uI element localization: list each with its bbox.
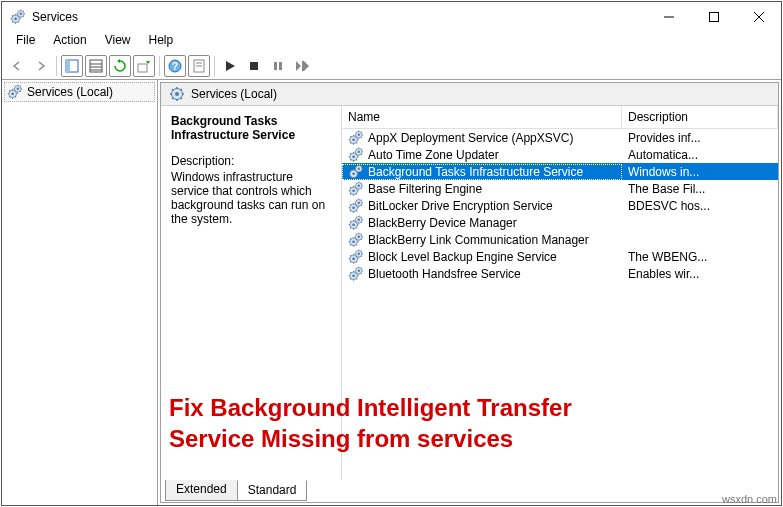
description-text: Windows infrastructure service that cont…	[171, 170, 331, 226]
service-name-cell: BlackBerry Link Communication Manager	[342, 232, 622, 248]
svg-text:?: ?	[172, 61, 178, 72]
service-name-cell: Base Filtering Engine	[342, 181, 622, 197]
menu-file[interactable]: File	[8, 32, 43, 52]
gear-icon	[169, 86, 185, 102]
menu-view[interactable]: View	[97, 32, 139, 52]
pause-service-button[interactable]	[267, 55, 289, 77]
service-row[interactable]: Block Level Backup Engine ServiceThe WBE…	[342, 248, 778, 265]
service-name-cell: BitLocker Drive Encryption Service	[342, 198, 622, 214]
service-name-cell: Auto Time Zone Updater	[342, 147, 622, 163]
service-row[interactable]: BlackBerry Device Manager	[342, 214, 778, 231]
service-desc-cell: Windows in...	[622, 165, 778, 179]
gear-icon	[348, 266, 364, 282]
watermark: wsxdn.com	[722, 493, 777, 505]
pane-header-label: Services (Local)	[191, 87, 277, 101]
gear-icon	[348, 147, 364, 163]
pane-header: Services (Local)	[161, 83, 778, 106]
column-header-name[interactable]: Name	[342, 106, 622, 128]
tab-strip: Extended Standard	[161, 480, 778, 502]
refresh-button[interactable]	[109, 55, 131, 77]
gear-icon	[348, 198, 364, 214]
description-label: Description:	[171, 154, 331, 168]
svg-rect-26	[250, 62, 258, 70]
service-row[interactable]: Base Filtering EngineThe Base Fil...	[342, 180, 778, 197]
service-row[interactable]: Bluetooth Handsfree ServiceEnables wir..…	[342, 265, 778, 282]
services-window: Services File Action View Help ?	[1, 1, 782, 506]
service-name-cell: Bluetooth Handsfree Service	[342, 266, 622, 282]
show-hide-tree-button[interactable]	[61, 55, 83, 77]
toolbar-separator	[159, 56, 160, 76]
tree-pane: Services (Local)	[2, 80, 158, 505]
toolbar-separator	[214, 56, 215, 76]
tree-item-services-local[interactable]: Services (Local)	[4, 82, 155, 102]
service-desc-cell: The Base Fil...	[622, 182, 778, 196]
tab-extended[interactable]: Extended	[165, 480, 238, 501]
gear-icon	[348, 164, 364, 180]
toolbar: ?	[2, 52, 781, 80]
export-list-button[interactable]	[85, 55, 107, 77]
service-name-cell: BlackBerry Device Manager	[342, 215, 622, 231]
service-desc-cell: BDESVC hos...	[622, 199, 778, 213]
service-desc-cell: Provides inf...	[622, 131, 778, 145]
svg-rect-29	[302, 61, 304, 71]
gear-icon	[348, 249, 364, 265]
svg-rect-28	[279, 62, 282, 70]
service-name-cell: AppX Deployment Service (AppXSVC)	[342, 130, 622, 146]
content-area: Services (Local) Services (Local) Backgr…	[2, 80, 781, 505]
svg-rect-20	[138, 64, 147, 72]
menu-action[interactable]: Action	[45, 32, 94, 52]
svg-rect-15	[66, 60, 70, 72]
gear-icon	[348, 130, 364, 146]
service-row[interactable]: Auto Time Zone UpdaterAutomatica...	[342, 146, 778, 163]
restart-service-button[interactable]	[291, 55, 313, 77]
gear-icon	[348, 181, 364, 197]
svg-rect-11	[709, 13, 718, 22]
forward-button[interactable]	[30, 55, 52, 77]
service-row[interactable]: BlackBerry Link Communication Manager	[342, 231, 778, 248]
tab-standard[interactable]: Standard	[237, 480, 308, 501]
export-button[interactable]	[133, 55, 155, 77]
maximize-button[interactable]	[691, 2, 736, 32]
stop-service-button[interactable]	[243, 55, 265, 77]
menu-help[interactable]: Help	[141, 32, 182, 52]
list-body[interactable]: AppX Deployment Service (AppXSVC)Provide…	[342, 129, 778, 480]
pane-body: Background Tasks Infrastructure Service …	[161, 106, 778, 480]
minimize-button[interactable]	[646, 2, 691, 32]
back-button[interactable]	[6, 55, 28, 77]
gear-icon	[348, 215, 364, 231]
service-row[interactable]: AppX Deployment Service (AppXSVC)Provide…	[342, 129, 778, 146]
window-title: Services	[32, 10, 646, 24]
service-desc-cell: The WBENG...	[622, 250, 778, 264]
service-row[interactable]: BitLocker Drive Encryption ServiceBDESVC…	[342, 197, 778, 214]
service-name-cell: Block Level Backup Engine Service	[342, 249, 622, 265]
services-app-icon	[10, 9, 26, 25]
detail-pane: Background Tasks Infrastructure Service …	[161, 106, 341, 480]
svg-rect-27	[274, 62, 277, 70]
gear-icon	[348, 232, 364, 248]
selected-service-name: Background Tasks Infrastructure Service	[171, 114, 331, 142]
column-header-description[interactable]: Description	[622, 106, 778, 128]
service-desc-cell: Automatica...	[622, 148, 778, 162]
help-button[interactable]: ?	[164, 55, 186, 77]
service-row[interactable]: Background Tasks Infrastructure ServiceW…	[342, 163, 778, 180]
list-header: Name Description	[342, 106, 778, 129]
start-service-button[interactable]	[219, 55, 241, 77]
service-name-cell: Background Tasks Infrastructure Service	[342, 164, 622, 180]
services-list: Name Description AppX Deployment Service…	[341, 106, 778, 480]
titlebar: Services	[2, 2, 781, 32]
toolbar-separator	[56, 56, 57, 76]
close-button[interactable]	[736, 2, 781, 32]
tree-item-label: Services (Local)	[27, 85, 113, 99]
menubar: File Action View Help	[2, 32, 781, 52]
service-desc-cell: Enables wir...	[622, 267, 778, 281]
properties-button[interactable]	[188, 55, 210, 77]
main-pane: Services (Local) Background Tasks Infras…	[160, 82, 779, 503]
